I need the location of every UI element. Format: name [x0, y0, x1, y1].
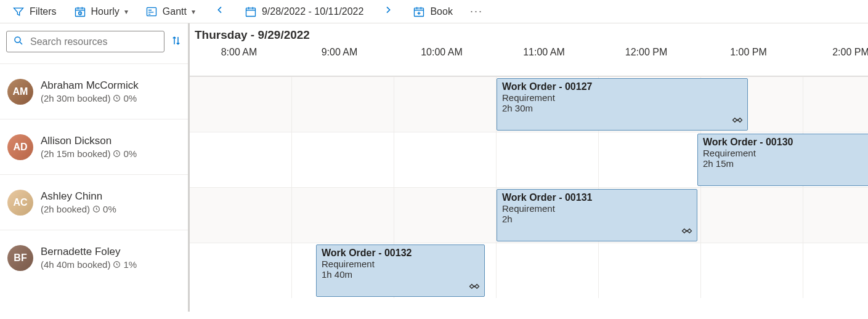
booking-duration: 1h 40m	[322, 269, 479, 280]
booking-title: Work Order - 00131	[502, 192, 692, 203]
resource-name: Abraham McCormick	[41, 79, 180, 92]
hourly-label: Hourly	[91, 6, 120, 17]
booking-title: Work Order - 00127	[502, 81, 742, 92]
booking-duration: 2h 15m	[703, 158, 868, 169]
hour-label: 9:00 AM	[288, 47, 391, 71]
hour-label: 8:00 AM	[190, 47, 288, 71]
gantt-label: Gantt	[163, 6, 187, 17]
filters-label: Filters	[30, 6, 57, 17]
gantt-icon	[145, 6, 158, 18]
booking-title: Work Order - 00132	[322, 248, 479, 259]
resource-row[interactable]: AD Allison Dickson (2h 15m booked) 0%	[0, 119, 188, 174]
date-range-label: 9/28/2022 - 10/11/2022	[262, 6, 363, 17]
hour-label: 12:00 PM	[595, 47, 697, 71]
booking-card[interactable]: Work Order - 00130 Requirement 2h 15m	[697, 134, 868, 186]
timeline-header: Thursday - 9/29/2022 8:00 AM 9:00 AM 10:…	[190, 23, 868, 76]
main-area: AM Abraham McCormick (2h 30m booked) 0% …	[0, 23, 868, 312]
sort-button[interactable]	[171, 35, 182, 48]
book-icon	[413, 6, 425, 18]
search-input-wrapper[interactable]	[6, 31, 164, 52]
timeline-body: Work Order - 00127 Requirement 2h 30m Wo…	[190, 76, 868, 298]
handshake-icon	[681, 225, 693, 237]
avatar: AM	[7, 79, 33, 105]
book-label: Book	[430, 6, 452, 17]
gantt-dropdown[interactable]: Gantt ▾	[145, 6, 195, 18]
svg-rect-3	[246, 8, 255, 16]
book-button[interactable]: Book	[413, 6, 452, 18]
hour-label: 10:00 AM	[391, 47, 493, 71]
prev-range-button[interactable]	[213, 5, 227, 18]
hour-label: 2:00 PM	[800, 47, 868, 71]
resource-name: Bernadette Foley	[41, 246, 180, 258]
resource-info: Abraham McCormick (2h 30m booked) 0%	[41, 79, 180, 103]
calendar-hour-icon	[74, 6, 86, 18]
booking-duration: 2h 30m	[502, 103, 742, 113]
resource-subtext: (4h 40m booked) 1%	[41, 259, 180, 270]
resource-name: Allison Dickson	[41, 135, 180, 147]
filter-icon	[12, 6, 25, 18]
hour-label: 11:00 AM	[493, 47, 595, 71]
view-mode-dropdown[interactable]: Hourly ▾	[74, 6, 128, 18]
resource-row[interactable]: BF Bernadette Foley (4h 40m booked) 1%	[0, 230, 188, 285]
resource-row[interactable]: AC Ashley Chinn (2h booked) 0%	[0, 174, 188, 230]
booking-card[interactable]: Work Order - 00132 Requirement 1h 40m	[316, 244, 485, 297]
timeline-row[interactable]: Work Order - 00127 Requirement 2h 30m	[190, 76, 868, 132]
search-row	[0, 23, 188, 63]
avatar: AD	[7, 134, 33, 160]
timeline-date: Thursday - 9/29/2022	[190, 28, 868, 47]
svg-point-5	[15, 37, 20, 42]
clock-icon	[113, 260, 121, 269]
handshake-icon	[731, 114, 744, 126]
booking-subtitle: Requirement	[322, 259, 479, 269]
resource-info: Allison Dickson (2h 15m booked) 0%	[41, 135, 180, 159]
clock-icon	[92, 205, 100, 213]
resource-info: Bernadette Foley (4h 40m booked) 1%	[41, 246, 180, 270]
booking-subtitle: Requirement	[502, 203, 692, 214]
booking-title: Work Order - 00130	[703, 137, 868, 148]
avatar: BF	[7, 245, 33, 271]
avatar: AC	[7, 190, 33, 216]
resource-row[interactable]: AM Abraham McCormick (2h 30m booked) 0%	[0, 63, 188, 119]
search-icon	[13, 35, 24, 48]
resource-name: Ashley Chinn	[41, 190, 180, 203]
svg-rect-2	[147, 7, 156, 15]
resource-sidebar: AM Abraham McCormick (2h 30m booked) 0% …	[0, 23, 190, 312]
timeline-row[interactable]: Work Order - 00131 Requirement 2h	[190, 187, 868, 243]
date-range-picker[interactable]: 9/28/2022 - 10/11/2022	[245, 6, 363, 18]
booking-card[interactable]: Work Order - 00131 Requirement 2h	[497, 189, 697, 241]
booking-duration: 2h	[502, 214, 692, 224]
chevron-down-icon: ▾	[124, 7, 128, 16]
timeline-hours: 8:00 AM 9:00 AM 10:00 AM 11:00 AM 12:00 …	[190, 47, 868, 71]
toolbar: Filters Hourly ▾ Gantt ▾ 9/28/2022 - 10/…	[0, 0, 868, 23]
filters-button[interactable]: Filters	[12, 6, 57, 18]
calendar-icon	[245, 6, 257, 18]
clock-icon	[113, 150, 121, 158]
resource-info: Ashley Chinn (2h booked) 0%	[41, 190, 180, 214]
timeline-row[interactable]: Work Order - 00132 Requirement 1h 40m	[190, 243, 868, 298]
handshake-icon	[468, 280, 481, 293]
booking-subtitle: Requirement	[703, 148, 868, 158]
chevron-down-icon: ▾	[192, 7, 195, 16]
next-range-button[interactable]	[381, 5, 395, 18]
resource-subtext: (2h 15m booked) 0%	[41, 148, 180, 159]
search-input[interactable]	[30, 36, 158, 47]
booking-card[interactable]: Work Order - 00127 Requirement 2h 30m	[497, 78, 748, 131]
more-menu[interactable]: ···	[470, 5, 483, 18]
timeline-row[interactable]: Work Order - 00130 Requirement 2h 15m	[190, 132, 868, 187]
booking-subtitle: Requirement	[502, 92, 742, 103]
clock-icon	[113, 94, 121, 102]
hour-label: 1:00 PM	[697, 47, 800, 71]
resource-subtext: (2h booked) 0%	[41, 204, 180, 214]
resource-subtext: (2h 30m booked) 0%	[41, 93, 180, 103]
timeline: Thursday - 9/29/2022 8:00 AM 9:00 AM 10:…	[190, 23, 868, 312]
